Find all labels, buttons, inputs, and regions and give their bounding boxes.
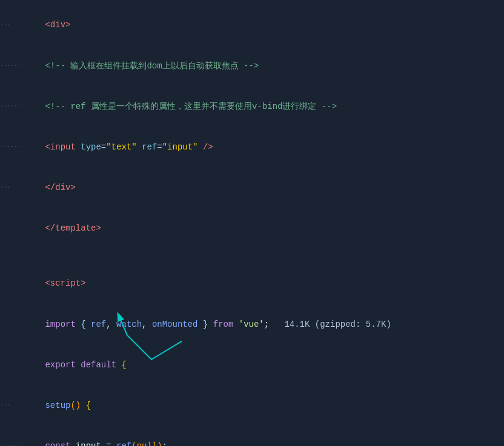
code-line [0,249,504,263]
code-line: export default { [0,344,504,385]
indent-dots: ······ [0,101,15,112]
code-line: import { ref, watch, onMounted } from 'v… [0,304,504,344]
indent-dots: ··· [0,400,15,411]
code-content: setup() { [15,385,91,426]
code-line: ··· </div> [0,168,504,208]
code-content: <input type="text" ref="input" /> [15,127,213,168]
code-content: export default { [15,344,127,385]
code-line: ······ const input = ref(null); [0,426,504,446]
code-content: </template> [15,208,101,249]
code-content: <!-- ref 属性是一个特殊的属性，这里并不需要使用v-bind进行绑定 -… [15,86,337,126]
indent-dots: ··· [0,20,15,31]
code-content: <!-- 输入框在组件挂载到dom上以后自动获取焦点 --> [15,45,259,86]
code-line: ··· <div> [0,5,504,45]
code-content [15,249,19,263]
code-content: const input = ref(null); [15,426,167,446]
code-editor: ··· <div> ······ <!-- 输入框在组件挂载到dom上以后自动获… [0,0,504,446]
code-line: ······ <!-- 输入框在组件挂载到dom上以后自动获取焦点 --> [0,45,504,86]
indent-dots: ······ [0,61,15,71]
indent-dots: ······ [0,142,15,152]
code-line: </template> [0,208,504,249]
code-content: import { ref, watch, onMounted } from 'v… [15,304,391,344]
code-line: ··· setup() { [0,385,504,426]
indent-dots: ··· [0,182,15,193]
code-content: <div> [15,5,70,45]
code-line: ······ <!-- ref 属性是一个特殊的属性，这里并不需要使用v-bin… [0,86,504,126]
code-line: ······ <input type="text" ref="input" /> [0,127,504,168]
code-content: <script> [15,263,86,304]
code-line: <script> [0,263,504,304]
indent-dots: ······ [0,441,15,447]
code-content: </div> [15,168,76,208]
